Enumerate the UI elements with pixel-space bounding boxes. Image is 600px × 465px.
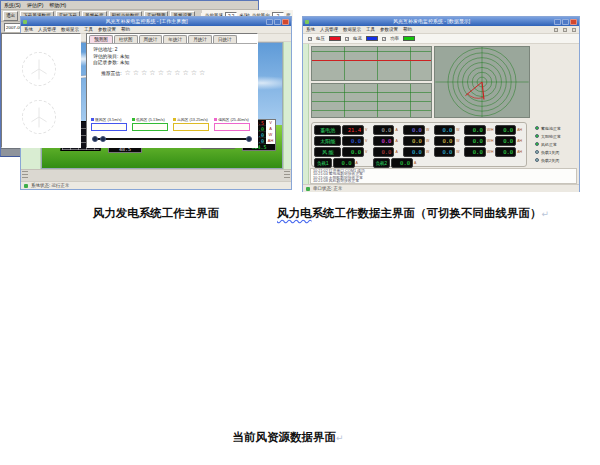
- menu-item-settings[interactable]: 参数设置: [380, 27, 398, 32]
- caption-underlined-text: 风力电: [277, 207, 312, 219]
- menu-item-help[interactable]: 帮助: [121, 27, 130, 32]
- readout-unit: AH: [517, 139, 524, 143]
- menu-item-users[interactable]: 人员管理: [38, 27, 56, 32]
- tab-day-stats[interactable]: 日统计: [213, 35, 237, 43]
- mdi-restore-button[interactable]: [563, 28, 567, 32]
- win2-title: 风光互补发电监控系统 - [数据显示]: [311, 17, 552, 26]
- legend-breeze-zone: 微风区 (3-5m/s): [91, 117, 129, 131]
- legend-high-wind-zone: 高风区 (13-25m/s): [173, 117, 211, 131]
- win3-menubar: 系统(S) 评估(P) 帮助(H): [1, 1, 258, 10]
- readout-unit: AH: [517, 150, 524, 154]
- menu-item-data[interactable]: 数据显示: [61, 27, 79, 32]
- indicator-label: 太阳能正常: [541, 134, 561, 139]
- legend-power-label: 功率: [390, 36, 399, 41]
- range-slider[interactable]: [92, 135, 252, 143]
- legend-current-swatch: [366, 36, 378, 41]
- load2-unit: A: [414, 161, 421, 165]
- legend-box: [91, 123, 127, 131]
- readout-unit: W: [426, 150, 433, 154]
- mdi-minimize-button[interactable]: [554, 28, 558, 32]
- readout-value: 0.0: [495, 136, 517, 146]
- tab-histogram[interactable]: 柱状图: [114, 35, 138, 43]
- document-page: 风光互补发电监控系统 - [工作主界面] 系统 人员管理 数据显示 工具 参数设…: [0, 0, 600, 465]
- row-label: 风 能: [314, 147, 341, 157]
- maximize-button[interactable]: [562, 19, 569, 25]
- checkbox-power[interactable]: ✓: [382, 37, 386, 41]
- legend-box: [214, 123, 250, 131]
- win1-status-text: 系统状态: 运行正常: [31, 183, 70, 188]
- win1-titlebar[interactable]: 风光互补发电监控系统 - [工作主界面]: [21, 17, 291, 26]
- row-label: 蓄电池: [314, 125, 341, 135]
- slider-handle-left1[interactable]: [92, 136, 98, 142]
- readout-value: 0.0: [464, 125, 486, 135]
- win1-right-strip: [283, 42, 291, 169]
- legend-label: 高风区 (13-25m/s): [177, 117, 208, 122]
- readout-value: 0.0: [403, 136, 425, 146]
- scrollbar[interactable]: [22, 171, 28, 180]
- slider-track[interactable]: [95, 138, 249, 140]
- readout-unit: W/H: [487, 139, 494, 143]
- readout-unit: AH: [517, 128, 524, 132]
- slider-handle-left2[interactable]: [100, 136, 106, 142]
- readout-unit: A: [395, 128, 402, 132]
- scrollbar[interactable]: [284, 171, 290, 180]
- menu-item-data[interactable]: 数据显示: [343, 27, 361, 32]
- minimize-button[interactable]: [266, 19, 273, 25]
- tab-week-stats[interactable]: 周统计: [139, 35, 163, 43]
- turbine-watermark-icon: [22, 52, 56, 86]
- menu-item-users[interactable]: 人员管理: [320, 27, 338, 32]
- readout-value: 0.0: [342, 147, 364, 157]
- evaluation-info: 评估地址: 2 评估的项目: 未知 自记录参数: 未知: [93, 47, 129, 67]
- menu-item-system[interactable]: 系统: [306, 27, 315, 32]
- menu-item-evaluate[interactable]: 评估(P): [27, 2, 44, 8]
- readout-unit: W/H: [487, 150, 494, 154]
- win2-curve-legend: ✓ 电压 ✓ 电流 ✓ 功率: [303, 34, 579, 44]
- menu-item-tools[interactable]: 工具: [366, 27, 375, 32]
- app-icon: [23, 20, 27, 24]
- win1-statusbar: 系统状态: 运行正常: [21, 181, 291, 189]
- win2-log-area[interactable]: 10:21:02 打开串口 COM1 成功 10:21:04 蓄电池数据接收正常…: [310, 168, 577, 184]
- menu-item-help[interactable]: 帮助: [403, 27, 412, 32]
- legend-box: [132, 123, 168, 131]
- menu-item-system[interactable]: 系统(S): [4, 2, 21, 8]
- app-icon: [305, 20, 309, 24]
- close-button[interactable]: [570, 19, 577, 25]
- readout-unit: A: [395, 150, 402, 154]
- indicator-label: 风机正常: [541, 142, 557, 147]
- tab-year-stats[interactable]: 年统计: [163, 35, 187, 43]
- checkbox-voltage[interactable]: ✓: [308, 37, 312, 41]
- mdi-close-button[interactable]: [572, 28, 576, 32]
- caption-wind-resource: 当前风资源数据界面↵: [138, 430, 438, 445]
- tab-month-stats[interactable]: 月统计: [188, 35, 212, 43]
- win2-titlebar[interactable]: 风光互补发电监控系统 - [数据显示]: [303, 17, 579, 26]
- readout-unit: W: [426, 128, 433, 132]
- red-trace: [312, 60, 431, 61]
- battery-ok-led-icon: [535, 126, 539, 130]
- readout-value: 0.0: [373, 147, 395, 157]
- legend-label: 微风区 (3-5m/s): [95, 117, 122, 122]
- tab-forecast[interactable]: 预测图: [89, 35, 113, 43]
- minimize-button[interactable]: [554, 19, 561, 25]
- load2-value: 0.0: [391, 158, 413, 168]
- readout-unit: V: [365, 139, 372, 143]
- exit-button[interactable]: 退出: [3, 11, 18, 21]
- readout-value: 0.0: [434, 125, 456, 135]
- menu-item-help[interactable]: 帮助(H): [49, 2, 66, 8]
- readout-row-loads: 负载1 0.0 A 负载2 0.0 A: [314, 157, 524, 168]
- caption-text: 当前风资源数据界面: [232, 431, 336, 443]
- menu-item-settings[interactable]: 参数设置: [98, 27, 116, 32]
- win1-bottom-strip: [21, 169, 291, 181]
- menu-item-tools[interactable]: 工具: [84, 27, 93, 32]
- turbine-watermark-icon: [22, 100, 56, 134]
- win2-menubar: 系统 人员管理 数据显示 工具 参数设置 帮助: [303, 26, 579, 34]
- close-button[interactable]: [282, 19, 289, 25]
- checkbox-current[interactable]: ✓: [345, 37, 349, 41]
- maximize-button[interactable]: [274, 19, 281, 25]
- slider-handle-right[interactable]: [246, 136, 252, 142]
- readout-value: 0.0: [434, 147, 456, 157]
- readout-row-battery: 蓄电池 21.4V 0.0A 0.0W 0.0W 0.0W/H 0.0AH: [314, 124, 524, 135]
- readout-row-wind: 风 能 0.0V 0.0A 0.0W 0.0W 0.0W/H 0.0AH: [314, 146, 524, 157]
- readout-value: 0.0: [342, 136, 364, 146]
- readout-value: 0.0: [373, 125, 395, 135]
- menu-item-system[interactable]: 系统: [24, 27, 33, 32]
